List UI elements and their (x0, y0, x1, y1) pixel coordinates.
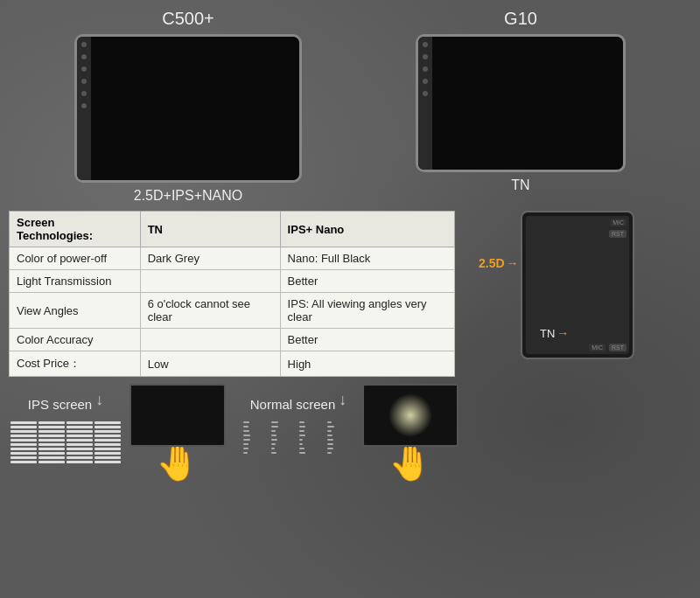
normal-line (299, 430, 304, 432)
normal-line (327, 452, 332, 454)
table-row: Color Accuracy Better (10, 329, 455, 351)
ips-line (10, 448, 37, 450)
side-diagram: 2.5D → MIC RST TN → MIC RST (464, 211, 691, 359)
arrow-tn: → (556, 326, 569, 340)
c500-screen (91, 37, 299, 180)
col-header-ips: IPS+ Nano (280, 212, 454, 247)
ips-line (94, 443, 121, 446)
normal-line (271, 435, 276, 436)
g10-btn-2 (423, 54, 428, 59)
normal-line (243, 439, 250, 441)
ips-line (94, 435, 121, 437)
ips-line (10, 426, 37, 428)
normal-title-row: Normal screen ↓ (250, 391, 347, 418)
mic-label-top: MIC (610, 219, 626, 226)
c500-title: C500+ (162, 9, 214, 29)
ips-title-row: IPS screen ↓ (28, 391, 103, 418)
normal-line (299, 435, 305, 436)
normal-label: Normal screen (250, 397, 336, 412)
normal-col (299, 421, 326, 475)
c500-block: C500+ 2.5D+IPS+NANO (74, 9, 302, 204)
normal-panel-group: 🤚 (362, 384, 458, 483)
cell-feature: Cost Price： (10, 351, 141, 377)
normal-down-arrow: ↓ (339, 391, 346, 409)
cell-ips: Nano: Full Black (280, 247, 454, 270)
ips-line (66, 448, 93, 450)
ips-line (10, 430, 37, 433)
ips-line (38, 435, 65, 437)
ips-lines-visual (9, 420, 122, 476)
ips-line (38, 430, 65, 433)
normal-line (327, 421, 332, 423)
ips-line (38, 439, 65, 442)
label-25d: 2.5D → (479, 256, 519, 270)
ips-line (94, 456, 121, 459)
ips-hand-icon: 🤚 (156, 442, 200, 483)
g10-btn-1 (423, 42, 428, 47)
btn-dot-2 (81, 54, 87, 59)
g10-block: G10 TN (416, 9, 626, 193)
ips-group: IPS screen ↓ (9, 391, 122, 476)
normal-line (271, 452, 276, 454)
ips-line (94, 439, 121, 442)
ips-line (94, 452, 121, 455)
normal-lines-visual (242, 420, 355, 476)
ips-line (38, 443, 65, 446)
cell-tn: Dark Grey (140, 247, 280, 270)
mic-row-top: MIC (528, 219, 626, 226)
ips-line (10, 439, 37, 442)
ips-line (94, 421, 121, 424)
ips-col (38, 421, 65, 475)
normal-line (271, 443, 276, 445)
cell-ips: Better (280, 270, 454, 293)
ips-line (66, 456, 93, 459)
g10-title: G10 (504, 9, 537, 29)
normal-line (299, 421, 305, 423)
ips-line (66, 435, 93, 437)
ips-line (66, 443, 93, 446)
ips-line (10, 456, 37, 459)
ips-line (94, 461, 121, 463)
normal-group: Normal screen ↓ (242, 391, 355, 476)
ips-line (10, 443, 37, 446)
normal-line (299, 439, 303, 441)
normal-line (299, 426, 305, 428)
col-header-feature: Screen Technologies: (10, 212, 141, 247)
g10-btn-5 (423, 91, 428, 96)
ips-label: IPS screen (28, 397, 92, 412)
normal-line (327, 439, 333, 441)
normal-line (299, 452, 305, 454)
ips-line (94, 448, 121, 450)
col-header-tn: TN (140, 212, 280, 247)
top-section: C500+ 2.5D+IPS+NANO G10 (0, 0, 700, 204)
ips-line (38, 421, 65, 424)
cell-feature: View Angles (10, 293, 141, 329)
ips-line (38, 456, 65, 459)
g10-sidebar (418, 37, 432, 170)
cell-tn: Low (140, 351, 280, 377)
cell-feature: Light Transmission (10, 270, 141, 293)
ips-line (66, 430, 93, 433)
g10-frame (416, 34, 626, 172)
ips-col (94, 421, 121, 475)
ips-line (66, 426, 93, 428)
normal-line (327, 435, 332, 436)
ips-line (38, 452, 65, 455)
ips-line (66, 452, 93, 455)
diagram-device: 2.5D → MIC RST TN → MIC RST (521, 211, 634, 359)
normal-line (271, 426, 278, 428)
normal-col (327, 421, 354, 475)
normal-line (271, 448, 275, 449)
cell-feature: Color Accuracy (10, 329, 141, 351)
ips-line (66, 421, 93, 424)
ips-col (10, 421, 37, 475)
btn-dot-3 (81, 66, 87, 72)
arrow-25d: → (507, 256, 519, 270)
ips-line (94, 426, 121, 428)
normal-line (243, 426, 248, 428)
ips-col (66, 421, 93, 475)
cell-feature: Color of power-off (10, 247, 141, 270)
ips-line (10, 452, 37, 455)
normal-line (243, 448, 248, 449)
ips-panel-group: 🤚 (130, 384, 226, 483)
